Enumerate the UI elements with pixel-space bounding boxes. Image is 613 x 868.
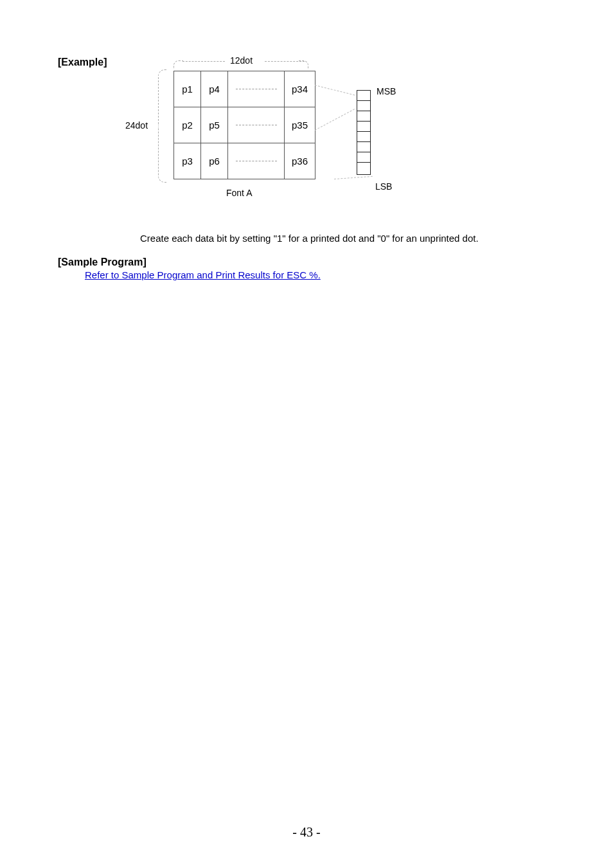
cell-p36: p36 (285, 143, 315, 179)
connector-line-bottom (334, 176, 373, 179)
cell-p34: p34 (285, 71, 315, 107)
diagram-caption: Create each data bit by setting "1" for … (140, 233, 555, 244)
bit-6 (357, 101, 370, 111)
bit-3 (357, 132, 370, 142)
bit-5 (357, 111, 370, 122)
ellipsis-icon (236, 89, 277, 89)
sample-program-link-line: Refer to Sample Program and Print Result… (85, 269, 555, 280)
top-curly-brace (173, 60, 308, 69)
label-24dot: 24dot (125, 120, 148, 131)
label-font-a: Font A (226, 188, 252, 198)
bit-7 (357, 91, 370, 101)
byte-bit-stack (357, 90, 371, 175)
table-row: p3 p6 p36 (174, 143, 315, 179)
cell-p1: p1 (174, 71, 201, 107)
table-row: p1 p4 p34 (174, 71, 315, 107)
label-msb: MSB (377, 86, 396, 96)
esc-percent-reference-link[interactable]: Refer to Sample Program and Print Result… (85, 269, 321, 280)
bit-1 (357, 152, 370, 163)
cell-p5: p5 (201, 107, 228, 143)
font-byte-diagram: 12dot 24dot p1 p4 p34 p2 p5 p35 p3 p6 p3… (58, 54, 555, 221)
ellipsis-icon (236, 125, 277, 125)
bit-2 (357, 142, 370, 152)
cell-ellipsis-row3 (228, 143, 285, 179)
bit-4 (357, 122, 370, 132)
cell-p3: p3 (174, 143, 201, 179)
label-lsb: LSB (375, 181, 392, 192)
sample-program-heading: [Sample Program] (58, 257, 555, 268)
cell-p35: p35 (285, 107, 315, 143)
page-number: - 43 - (0, 825, 613, 840)
table-row: p2 p5 p35 (174, 107, 315, 143)
cell-p4: p4 (201, 71, 228, 107)
cell-p2: p2 (174, 107, 201, 143)
cell-ellipsis-row2 (228, 107, 285, 143)
ellipsis-icon (236, 161, 277, 161)
connector-line-mid (315, 109, 355, 131)
cell-p6: p6 (201, 143, 228, 179)
bit-0 (357, 163, 370, 174)
left-curly-brace (158, 69, 166, 183)
dot-grid-table: p1 p4 p34 p2 p5 p35 p3 p6 p36 (173, 71, 315, 179)
cell-ellipsis-row1 (228, 71, 285, 107)
connector-line-top (315, 85, 355, 95)
